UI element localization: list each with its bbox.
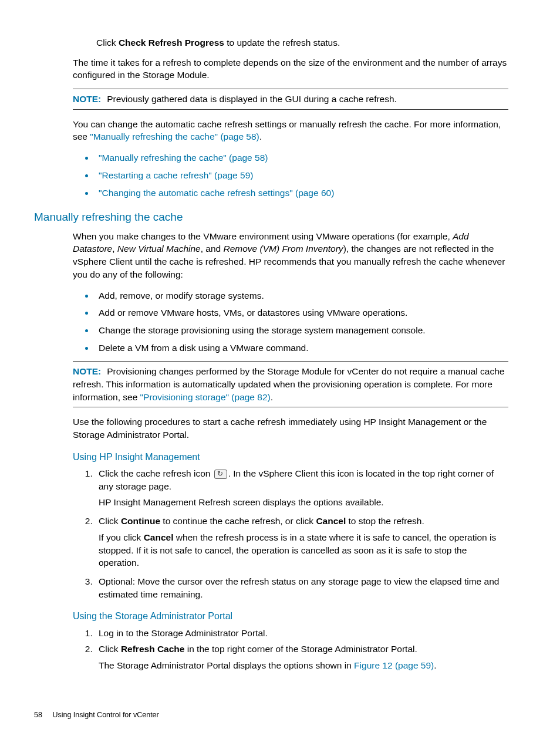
step-followup: The Storage Administrator Portal display… <box>99 659 508 672</box>
text: If you click <box>99 532 144 542</box>
toc-list: "Manually refreshing the cache" (page 58… <box>73 150 508 199</box>
note-box-1: NOTE:Previously gathered data is display… <box>73 89 508 110</box>
text: , and <box>201 244 224 254</box>
list-item: Change the storage provisioning using th… <box>95 323 508 337</box>
text: to update the refresh status. <box>224 38 340 48</box>
time-paragraph: The time it takes for a refresh to compl… <box>73 56 508 82</box>
toc-link-1[interactable]: "Manually refreshing the cache" (page 58… <box>99 153 268 163</box>
list-item: Click the cache refresh icon . In the vS… <box>95 467 508 509</box>
check-refresh-progress-label: Check Refresh Progress <box>119 38 224 48</box>
subheading-insight-mgmt: Using HP Insight Management <box>73 451 508 464</box>
text: . <box>271 392 273 402</box>
italic-text: Remove (VM) From Inventory <box>223 244 343 254</box>
note-label: NOTE: <box>73 366 101 376</box>
toc-link-3[interactable]: "Changing the automatic cache refresh se… <box>99 188 334 198</box>
cancel-label: Cancel <box>144 532 174 542</box>
step-followup: If you click Cancel when the refresh pro… <box>99 531 508 569</box>
link-figure-12[interactable]: Figure 12 (page 59) <box>354 660 434 670</box>
text: Click <box>99 644 121 654</box>
toc-item: "Restarting a cache refresh" (page 59) <box>95 168 508 182</box>
list-item: Click Refresh Cache in the top right cor… <box>95 643 508 671</box>
text: . <box>434 660 436 670</box>
text: Click <box>96 38 119 48</box>
insight-steps: Click the cache refresh icon . In the vS… <box>73 467 508 600</box>
text: in the top right corner of the Storage A… <box>184 644 417 654</box>
text: . <box>259 131 262 141</box>
note-text: Previously gathered data is displayed in… <box>107 94 397 104</box>
note-label: NOTE: <box>73 94 101 104</box>
text: , <box>112 244 117 254</box>
text: When you make changes to the VMware envi… <box>73 231 453 241</box>
toc-item: "Changing the automatic cache refresh se… <box>95 185 508 200</box>
list-item: Optional: Move the cursor over the refre… <box>95 575 508 600</box>
portal-steps: Log in to the Storage Administrator Port… <box>73 627 508 672</box>
text: to continue the cache refresh, or click <box>160 516 316 526</box>
toc-item: "Manually refreshing the cache" (page 58… <box>95 150 508 164</box>
action-bullets: Add, remove, or modify storage systems. … <box>73 288 508 355</box>
click-refresh-line: Click Check Refresh Progress to update t… <box>96 36 508 49</box>
list-item: Add or remove VMware hosts, VMs, or data… <box>95 305 508 319</box>
text: Click the cache refresh icon <box>99 468 213 478</box>
list-item: Click Continue to continue the cache ref… <box>95 515 508 569</box>
section-intro-paragraph: When you make changes to the VMware envi… <box>73 230 508 281</box>
list-item: Log in to the Storage Administrator Port… <box>95 627 508 640</box>
toc-link-2[interactable]: "Restarting a cache refresh" (page 59) <box>99 170 253 180</box>
list-item: Delete a VM from a disk using a VMware c… <box>95 340 508 355</box>
text: The Storage Administrator Portal display… <box>99 660 354 670</box>
link-provisioning-storage[interactable]: "Provisioning storage" (page 82) <box>140 392 271 402</box>
section-heading-manual-refresh: Manually refreshing the cache <box>34 210 508 225</box>
step-followup: HP Insight Management Refresh screen dis… <box>99 496 508 509</box>
continue-label: Continue <box>121 516 160 526</box>
after-note1-paragraph: You can change the automatic cache refre… <box>73 118 508 143</box>
list-item: Add, remove, or modify storage systems. <box>95 288 508 302</box>
text: Click <box>99 516 121 526</box>
cache-refresh-icon <box>214 470 227 479</box>
subheading-storage-admin-portal: Using the Storage Administrator Portal <box>73 610 508 623</box>
after-note2-paragraph: Use the following procedures to start a … <box>73 416 508 441</box>
cancel-label: Cancel <box>316 516 346 526</box>
note-box-2: NOTE:Provisioning changes performed by t… <box>73 361 508 407</box>
italic-text: New Virtual Machine <box>117 244 201 254</box>
text: to stop the refresh. <box>346 516 424 526</box>
refresh-cache-label: Refresh Cache <box>121 644 185 654</box>
link-manual-refresh[interactable]: "Manually refreshing the cache" (page 58… <box>90 131 259 141</box>
note-text: Provisioning changes performed by the St… <box>73 366 504 401</box>
